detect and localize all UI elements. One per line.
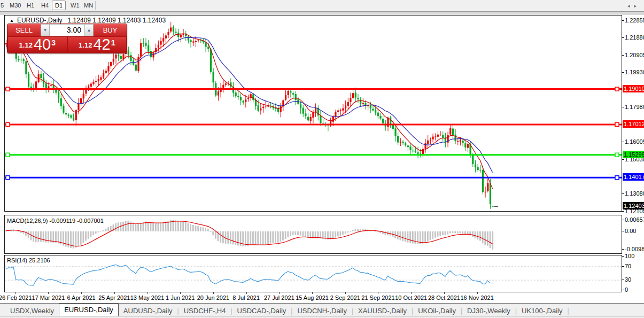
- chart-tab-bar: USDX,WeeklyEURUSD-,DailyAUDUSD-,Daily|US…: [0, 303, 644, 316]
- trade-panel-top-row: SELL ▼ 3.00 ▲ BUY: [7, 24, 127, 36]
- volume-decrease-button[interactable]: ▼: [41, 24, 50, 36]
- tab-ukoil-daily[interactable]: UKOil-,Daily: [413, 306, 461, 316]
- date-tick: [345, 292, 346, 294]
- tab-usdcnh-daily[interactable]: USDCNH-,Daily: [292, 306, 351, 316]
- sell-price-sup: 3: [51, 38, 56, 47]
- date-label: 27 Jul 2021: [264, 294, 294, 301]
- buy-quote[interactable]: 1.12 42 1: [68, 37, 127, 52]
- tab-eurusd-daily[interactable]: EURUSD-,Daily: [59, 304, 119, 316]
- trading-terminal-window: 5M30H1H4D1W1MN ▲EURUSD-,Daily1.12409 1.1…: [0, 0, 644, 318]
- rsi-axis-label: 70: [625, 263, 631, 269]
- chart-ohlc-values: 1.12409 1.12409 1.12403 1.12403: [68, 17, 166, 24]
- tab-usdcad-daily[interactable]: USDCAD-,Daily: [232, 306, 291, 316]
- timeframe-button-w1[interactable]: W1: [68, 1, 82, 10]
- buy-button[interactable]: BUY: [94, 24, 127, 36]
- date-label: 1 Jun 2021: [166, 294, 195, 301]
- tab-xauusd-daily[interactable]: XAUUSD-,Daily: [353, 306, 412, 316]
- sell-price-big: 40: [34, 37, 51, 52]
- price-axis: 1.228551.218801.209051.199301.179801.160…: [622, 15, 644, 292]
- timeframe-button-h4[interactable]: H4: [38, 1, 51, 10]
- macd-axis-label: 0.00: [625, 228, 636, 234]
- date-label: 13 May 2021: [130, 294, 165, 301]
- date-label: 8 Jul 2021: [232, 294, 260, 301]
- sell-button[interactable]: SELL: [7, 24, 41, 36]
- price-tick-label: 1.21880: [625, 34, 644, 41]
- price-tick-label: 1.19930: [625, 69, 644, 75]
- macd-axis-label: 0.006576: [625, 216, 644, 223]
- date-tick: [411, 292, 412, 294]
- one-click-trading-panel: SELL ▼ 3.00 ▲ BUY 1.12 40 3 1.12 42 1: [7, 24, 127, 53]
- date-label: 2 Sep 2021: [330, 294, 360, 301]
- chart-title: ▲EURUSD-,Daily1.12409 1.12409 1.12403 1.…: [10, 17, 166, 24]
- price-tick-label: 1.13080: [625, 190, 644, 197]
- volume-increase-button[interactable]: ▲: [84, 24, 94, 36]
- date-label: 25 Apr 2021: [98, 294, 130, 301]
- macd-axis-tick: [622, 231, 624, 231]
- rsi-chart[interactable]: [5, 255, 622, 292]
- buy-price-big: 42: [93, 37, 110, 52]
- price-badge: 1.14017: [623, 173, 644, 181]
- rsi-pane[interactable]: [4, 255, 622, 292]
- collapse-triangle-icon[interactable]: ▲: [10, 18, 14, 23]
- tab-usdchf-h4[interactable]: USDCHF-,H4: [179, 306, 231, 316]
- price-tick-label: 1.17980: [625, 104, 644, 110]
- timeframe-button-5[interactable]: 5: [0, 1, 6, 10]
- timeframe-button-mn[interactable]: MN: [81, 1, 96, 10]
- date-label: 17 Mar 2021: [32, 294, 65, 301]
- macd-values: -0.009119 -0.007001: [49, 218, 103, 224]
- price-tick: [622, 72, 624, 73]
- buy-price-base: 1.12: [79, 39, 92, 52]
- date-tick: [180, 292, 181, 294]
- date-label: 26 Feb 2021: [0, 294, 32, 301]
- chart-symbol-label: EURUSD-,Daily: [17, 17, 63, 24]
- buy-price-sup: 1: [111, 38, 115, 47]
- rsi-axis-tick: [622, 256, 624, 257]
- date-label: 20 Jun 2021: [197, 294, 230, 301]
- timeframe-button-h1[interactable]: H1: [24, 1, 37, 10]
- rsi-axis-tick: [622, 266, 624, 267]
- date-tick: [444, 292, 445, 294]
- date-tick: [81, 292, 82, 294]
- macd-axis-label: -0.00986: [625, 246, 644, 252]
- price-tick-label: 1.16005: [625, 138, 644, 145]
- rsi-axis-label: 100: [625, 253, 634, 259]
- date-label: 15 Aug 2021: [296, 294, 329, 301]
- price-badge: 1.19010: [623, 85, 644, 92]
- timeframe-toolbar: 5M30H1H4D1W1MN: [0, 0, 644, 12]
- sell-price-base: 1.12: [19, 39, 33, 52]
- price-tick: [622, 55, 624, 56]
- date-label: 6 Apr 2021: [67, 294, 95, 301]
- date-tick: [114, 292, 115, 294]
- tab-dj30-weekly[interactable]: DJ30-,Weekly: [462, 306, 515, 316]
- rsi-name: RSI(14): [7, 257, 27, 263]
- tab-scroll-left-icon[interactable]: ◂: [627, 3, 634, 9]
- tab-uk100-daily[interactable]: UK100-,Daily: [517, 306, 568, 316]
- volume-input[interactable]: 3.00: [50, 24, 84, 36]
- rsi-line: [6, 265, 493, 285]
- rsi-axis-label: 0: [625, 286, 628, 293]
- macd-axis-tick: [622, 249, 624, 250]
- timeframe-button-m30[interactable]: M30: [7, 1, 24, 10]
- rsi-label: RSI(14) 25.2106: [7, 257, 50, 263]
- date-tick: [48, 292, 49, 294]
- sell-quote[interactable]: 1.12 40 3: [8, 37, 67, 52]
- date-tick: [477, 292, 478, 294]
- tab-usdx-weekly[interactable]: USDX,Weekly: [5, 306, 59, 316]
- date-tick: [279, 292, 280, 294]
- tab-scroll-right-icon[interactable]: ▸: [634, 3, 641, 9]
- rsi-value: 25.2106: [29, 257, 50, 263]
- date-label: 28 Oct 2021: [428, 294, 460, 301]
- price-tick: [622, 20, 624, 21]
- price-tick: [622, 37, 624, 38]
- price-badge: 1.15299: [623, 151, 644, 158]
- tab-audusd-daily[interactable]: AUDUSD-,Daily: [119, 306, 177, 316]
- tab-scroll-arrows[interactable]: ◂▸: [627, 3, 641, 9]
- moving-average-10: [6, 34, 493, 189]
- date-tick: [15, 292, 16, 294]
- price-badge: 1.12403: [623, 202, 644, 210]
- price-tick: [622, 142, 624, 142]
- macd-axis-tick: [622, 220, 624, 220]
- price-tick-label: 1.22855: [625, 17, 644, 24]
- rsi-axis-label: 30: [625, 276, 631, 283]
- timeframe-button-d1[interactable]: D1: [52, 1, 66, 10]
